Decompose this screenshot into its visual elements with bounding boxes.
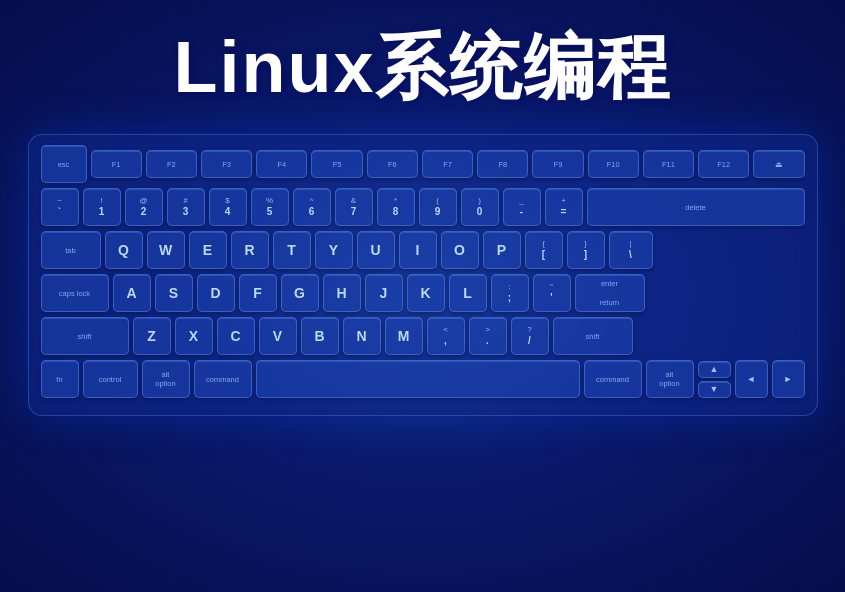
key-z[interactable]: Z <box>133 317 171 355</box>
key-left-command[interactable]: command <box>194 360 252 398</box>
key-right-alt[interactable]: alt option <box>646 360 694 398</box>
key-up[interactable]: ▲ <box>698 361 731 378</box>
key-equals[interactable]: += <box>545 188 583 226</box>
key-f11[interactable]: F11 <box>643 150 694 178</box>
key-8[interactable]: *8 <box>377 188 415 226</box>
key-down[interactable]: ▼ <box>698 381 731 398</box>
key-f1[interactable]: F1 <box>91 150 142 178</box>
arrow-keys: ▲ ▼ <box>698 361 731 398</box>
key-n[interactable]: N <box>343 317 381 355</box>
key-period[interactable]: >. <box>469 317 507 355</box>
key-bracket-open[interactable]: {[ <box>525 231 563 269</box>
key-f6[interactable]: F6 <box>367 150 418 178</box>
key-slash[interactable]: ?/ <box>511 317 549 355</box>
key-7[interactable]: &7 <box>335 188 373 226</box>
key-f2[interactable]: F2 <box>146 150 197 178</box>
key-k[interactable]: K <box>407 274 445 312</box>
asdf-row: caps lock A S D F G H J K L :; "' enterr… <box>41 274 805 312</box>
key-fn[interactable]: fn <box>41 360 79 398</box>
key-6[interactable]: ^6 <box>293 188 331 226</box>
key-x[interactable]: X <box>175 317 213 355</box>
key-g[interactable]: G <box>281 274 319 312</box>
key-backtick[interactable]: ~` <box>41 188 79 226</box>
key-f9[interactable]: F9 <box>532 150 583 178</box>
key-3[interactable]: #3 <box>167 188 205 226</box>
key-bracket-close[interactable]: }] <box>567 231 605 269</box>
key-esc[interactable]: esc <box>41 145 87 183</box>
key-e[interactable]: E <box>189 231 227 269</box>
key-m[interactable]: M <box>385 317 423 355</box>
key-eject[interactable]: ⏏ <box>753 150 804 178</box>
key-j[interactable]: J <box>365 274 403 312</box>
key-left[interactable]: ◄ <box>735 360 768 398</box>
qwerty-row: tab Q W E R T Y U I O P {[ }] |\ <box>41 231 805 269</box>
key-l[interactable]: L <box>449 274 487 312</box>
key-d[interactable]: D <box>197 274 235 312</box>
key-0[interactable]: )0 <box>461 188 499 226</box>
key-i[interactable]: I <box>399 231 437 269</box>
key-b[interactable]: B <box>301 317 339 355</box>
key-space[interactable] <box>256 360 580 398</box>
key-f7[interactable]: F7 <box>422 150 473 178</box>
key-p[interactable]: P <box>483 231 521 269</box>
key-u[interactable]: U <box>357 231 395 269</box>
key-9[interactable]: (9 <box>419 188 457 226</box>
key-caps-lock[interactable]: caps lock <box>41 274 109 312</box>
key-a[interactable]: A <box>113 274 151 312</box>
key-f5[interactable]: F5 <box>311 150 362 178</box>
key-f12[interactable]: F12 <box>698 150 749 178</box>
key-right[interactable]: ► <box>772 360 805 398</box>
key-f4[interactable]: F4 <box>256 150 307 178</box>
key-r[interactable]: R <box>231 231 269 269</box>
number-row: ~` !1 @2 #3 $4 %5 ^6 &7 *8 (9 )0 _- += d… <box>41 188 805 226</box>
key-right-shift[interactable]: shift <box>553 317 633 355</box>
key-4[interactable]: $4 <box>209 188 247 226</box>
key-1[interactable]: !1 <box>83 188 121 226</box>
function-row: esc F1 F2 F3 F4 F5 F6 F7 F8 F9 F10 F11 F… <box>41 145 805 183</box>
key-f[interactable]: F <box>239 274 277 312</box>
bottom-row: fn control alt option command command al… <box>41 360 805 398</box>
key-right-command[interactable]: command <box>584 360 642 398</box>
key-2[interactable]: @2 <box>125 188 163 226</box>
key-w[interactable]: W <box>147 231 185 269</box>
title: Linux系统编程 <box>174 20 672 116</box>
key-f10[interactable]: F10 <box>588 150 639 178</box>
key-q[interactable]: Q <box>105 231 143 269</box>
key-t[interactable]: T <box>273 231 311 269</box>
key-f8[interactable]: F8 <box>477 150 528 178</box>
key-backslash[interactable]: |\ <box>609 231 653 269</box>
zxcv-row: shift Z X C V B N M <, >. ?/ shift <box>41 317 805 355</box>
key-enter[interactable]: enterreturn <box>575 274 645 312</box>
key-semicolon[interactable]: :; <box>491 274 529 312</box>
keyboard: esc F1 F2 F3 F4 F5 F6 F7 F8 F9 F10 F11 F… <box>28 134 818 416</box>
key-tab[interactable]: tab <box>41 231 101 269</box>
key-comma[interactable]: <, <box>427 317 465 355</box>
key-delete[interactable]: delete <box>587 188 805 226</box>
key-h[interactable]: H <box>323 274 361 312</box>
key-f3[interactable]: F3 <box>201 150 252 178</box>
key-left-alt[interactable]: alt option <box>142 360 190 398</box>
key-c[interactable]: C <box>217 317 255 355</box>
key-s[interactable]: S <box>155 274 193 312</box>
key-v[interactable]: V <box>259 317 297 355</box>
key-quote[interactable]: "' <box>533 274 571 312</box>
key-y[interactable]: Y <box>315 231 353 269</box>
key-o[interactable]: O <box>441 231 479 269</box>
key-control[interactable]: control <box>83 360 138 398</box>
key-5[interactable]: %5 <box>251 188 289 226</box>
key-minus[interactable]: _- <box>503 188 541 226</box>
key-left-shift[interactable]: shift <box>41 317 129 355</box>
